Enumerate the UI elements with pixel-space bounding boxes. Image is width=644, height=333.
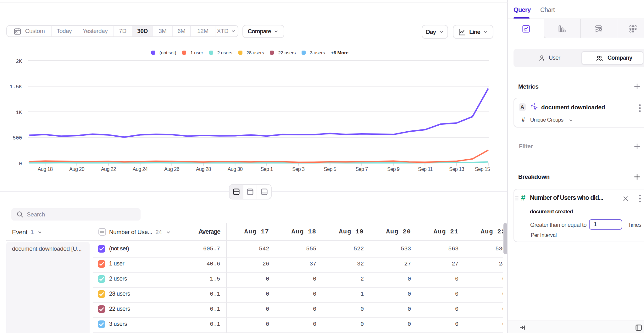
svg-text:Sep 9: Sep 9: [387, 166, 400, 172]
svg-text:Sep 3: Sep 3: [292, 166, 305, 172]
svg-text:Sep 11: Sep 11: [418, 166, 433, 172]
svg-text:0: 0: [19, 161, 22, 167]
svg-text:Sep 5: Sep 5: [324, 166, 336, 172]
svg-text:Sep 13: Sep 13: [449, 166, 464, 172]
svg-text:2K: 2K: [16, 58, 22, 64]
svg-text:Sep 1: Sep 1: [260, 166, 273, 172]
svg-text:Aug 22: Aug 22: [101, 166, 116, 172]
svg-text:Aug 26: Aug 26: [164, 166, 179, 172]
svg-text:Sep 7: Sep 7: [355, 166, 368, 172]
svg-text:Aug 30: Aug 30: [228, 166, 243, 172]
svg-text:Aug 28: Aug 28: [196, 166, 211, 172]
svg-text:Sep 15: Sep 15: [475, 166, 490, 172]
svg-text:1K: 1K: [16, 110, 22, 116]
svg-text:500: 500: [13, 135, 22, 141]
svg-text:Aug 24: Aug 24: [133, 166, 148, 172]
svg-text:Aug 20: Aug 20: [69, 166, 84, 172]
svg-text:Aug 18: Aug 18: [38, 166, 53, 172]
svg-text:1.5K: 1.5K: [9, 84, 22, 90]
